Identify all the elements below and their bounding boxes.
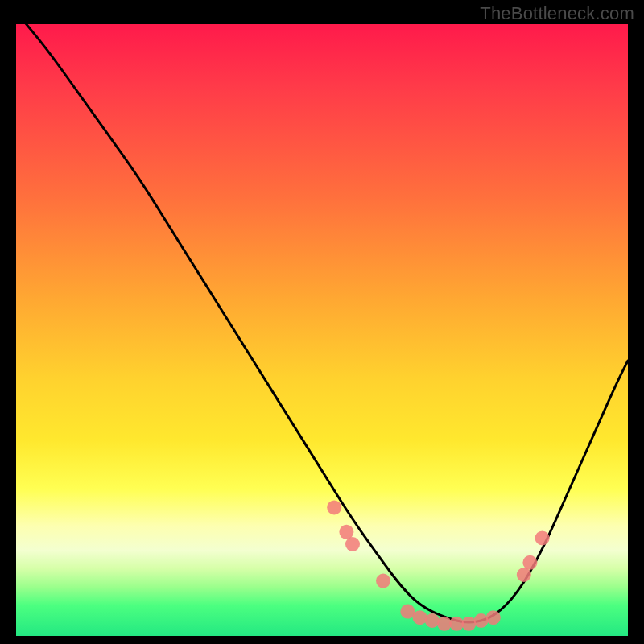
bottleneck-curve — [16, 12, 628, 622]
chart-container: TheBottleneck.com — [0, 0, 644, 644]
data-point — [535, 530, 550, 545]
data-point — [486, 610, 501, 625]
curve-markers — [327, 500, 549, 630]
data-point — [376, 574, 390, 588]
data-point — [413, 610, 427, 625]
data-point — [461, 617, 476, 631]
data-point — [474, 613, 489, 628]
data-point — [425, 613, 440, 628]
watermark-text: TheBottleneck.com — [480, 3, 634, 24]
chart-svg — [16, 24, 628, 636]
plot-area — [16, 24, 628, 636]
data-point — [345, 537, 360, 551]
data-point — [327, 500, 341, 514]
data-point — [522, 555, 537, 570]
